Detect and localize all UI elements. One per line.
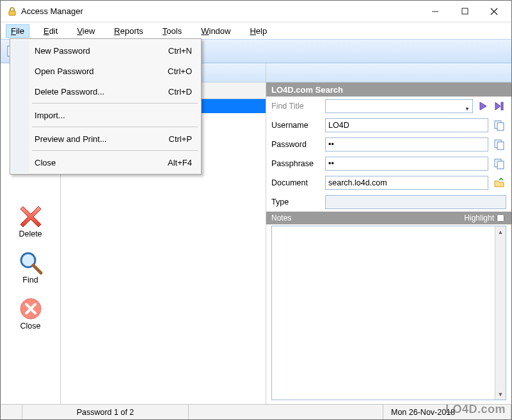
svg-line-18	[33, 265, 41, 273]
detail-panel: LO4D.com Search Find Title ▼ Username LO…	[266, 63, 511, 404]
copy-username-button[interactable]	[492, 118, 506, 132]
combo-caret-icon: ▼	[465, 103, 470, 116]
passphrase-label: Passphrase	[271, 159, 321, 168]
delete-button[interactable]: Delete	[5, 204, 56, 238]
passphrase-field[interactable]: ••	[325, 157, 488, 171]
close-circle-icon	[18, 296, 44, 322]
type-label: Type	[271, 198, 321, 206]
copy-passphrase-button[interactable]	[492, 157, 506, 171]
copy-password-button[interactable]	[492, 137, 506, 152]
notes-scrollbar[interactable]: ▲ ▼	[495, 226, 506, 400]
svg-rect-0	[9, 11, 15, 15]
scroll-down-icon[interactable]: ▼	[495, 389, 506, 400]
menu-reports[interactable]: Reports	[109, 24, 148, 38]
menu-window[interactable]: Window	[196, 24, 236, 38]
type-field[interactable]	[325, 195, 506, 209]
svg-rect-25	[501, 102, 503, 110]
password-field[interactable]: ••	[325, 137, 488, 152]
highlight-label: Highlight	[464, 214, 494, 222]
menubar: File Edit View Reports Tools Window Help	[1, 22, 511, 39]
find-title-label: Find Title	[271, 102, 321, 111]
notes-textarea[interactable]: ▲ ▼	[271, 226, 506, 400]
username-label: Username	[271, 121, 321, 130]
svg-marker-24	[495, 102, 500, 110]
menu-tools[interactable]: Tools	[157, 24, 187, 38]
close-label: Close	[20, 322, 41, 331]
document-label: Document	[271, 178, 321, 187]
menu-view[interactable]: View	[72, 24, 100, 38]
username-field[interactable]: LO4D	[325, 118, 488, 132]
file-menu-dropdown: New Password Ctrl+N Open Password Ctrl+O…	[10, 38, 202, 175]
find-button[interactable]: Find	[5, 250, 56, 284]
notes-header: Notes Highlight	[266, 212, 511, 224]
svg-rect-31	[497, 161, 504, 169]
folder-open-icon	[493, 177, 505, 189]
close-button[interactable]: Close	[5, 296, 56, 331]
menu-file[interactable]: File	[6, 24, 29, 38]
panel-title: LO4D.com Search	[266, 82, 511, 97]
find-magnifier-icon	[18, 250, 44, 276]
titlebar: Access Manager	[1, 1, 511, 22]
svg-rect-27	[497, 123, 504, 130]
status-count: Password 1 of 2	[22, 405, 189, 419]
play-end-button[interactable]	[493, 100, 506, 113]
play-button[interactable]	[477, 100, 490, 113]
maximize-button[interactable]	[450, 3, 479, 20]
minimize-button[interactable]	[420, 3, 450, 20]
svg-marker-23	[480, 102, 486, 110]
svg-rect-29	[497, 142, 504, 150]
close-window-button[interactable]	[479, 3, 509, 20]
svg-rect-2	[462, 8, 468, 14]
file-menu-delete[interactable]: Delete Password... Ctrl+D	[12, 81, 200, 102]
copy-icon	[493, 120, 505, 131]
scroll-up-icon[interactable]: ▲	[495, 226, 506, 237]
watermark: LO4D.com	[445, 403, 506, 416]
document-field[interactable]: search.lo4d.com	[325, 176, 488, 190]
copy-icon	[493, 139, 505, 150]
menu-edit[interactable]: Edit	[38, 24, 63, 38]
app-lock-icon	[7, 6, 17, 17]
app-window: Access Manager File Edit View Reports To…	[0, 0, 512, 420]
delete-label: Delete	[19, 229, 42, 238]
file-menu-new[interactable]: New Password Ctrl+N	[12, 40, 200, 61]
find-label: Find	[22, 276, 38, 284]
password-label: Password	[271, 140, 321, 149]
delete-x-icon	[18, 204, 44, 229]
statusbar: Password 1 of 2 Mon 26-Nov-2018	[1, 404, 511, 419]
file-menu-close[interactable]: Close Alt+F4	[12, 152, 200, 173]
copy-icon	[493, 158, 505, 169]
notes-label: Notes	[271, 214, 291, 222]
file-menu-import[interactable]: Import...	[12, 105, 200, 125]
find-title-combo[interactable]: ▼	[325, 99, 473, 113]
highlight-checkbox[interactable]	[497, 214, 504, 222]
menu-help[interactable]: Help	[244, 24, 272, 38]
file-menu-preview-print[interactable]: Preview and Print... Ctrl+P	[12, 128, 200, 149]
window-title: Access Manager	[21, 6, 420, 16]
file-menu-open[interactable]: Open Password Ctrl+O	[12, 61, 200, 81]
open-document-button[interactable]	[492, 176, 506, 190]
